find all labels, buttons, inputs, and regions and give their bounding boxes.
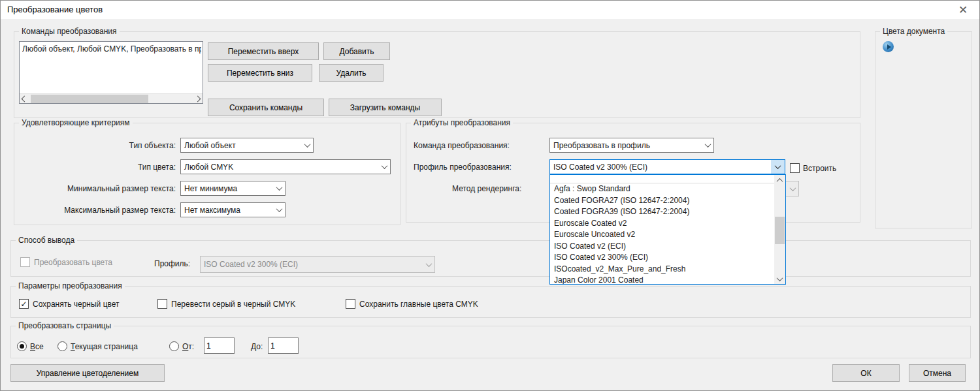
scrollbar-thumb[interactable] (775, 217, 785, 244)
color-type-label: Тип цвета: (20, 163, 176, 172)
dialog-title: Преобразование цветов (7, 5, 103, 14)
list-item[interactable]: Agfa : Swop Standard (550, 183, 785, 195)
color-type-value: Любой CMYK (184, 163, 233, 172)
page-from-input[interactable] (204, 337, 235, 354)
list-item[interactable]: ISOcoated_v2_Max_Pure_and_Fresh (550, 264, 785, 275)
color-space-icon[interactable] (883, 41, 894, 52)
list-item[interactable]: ISO Coated v2 300% (ECI) (550, 252, 785, 264)
embed-checkbox[interactable] (790, 163, 800, 173)
list-item[interactable]: ISO Coated v2 (ECI) (550, 241, 785, 253)
pages-current-label: Текущая страница (71, 342, 138, 351)
save-commands-button[interactable]: Сохранить команды (208, 99, 324, 116)
chevron-down-icon (791, 187, 795, 191)
convert-colors-dialog: Преобразование цветов ✕ Команды преобраз… (0, 0, 980, 391)
criteria-group-label: Удовлетворяющие критериям (19, 118, 133, 127)
min-text-size-select[interactable]: Нет минимума (180, 181, 286, 196)
output-group: Способ вывода (10, 240, 971, 277)
delete-button[interactable]: Удалить (319, 64, 384, 82)
commands-listbox[interactable]: Любой объект, Любой CMYK, Преобразовать … (19, 41, 203, 104)
check-icon: ✓ (20, 300, 27, 308)
list-item[interactable]: Coated FOGRA27 (ISO 12647-2:2004) (550, 195, 785, 207)
max-text-size-label: Максимальный размер текста: (20, 206, 176, 215)
pages-all-label: Все (30, 342, 44, 351)
page-to-input[interactable] (268, 337, 299, 354)
load-commands-button[interactable]: Загрузить команды (329, 99, 442, 116)
conversion-command-select[interactable]: Преобразовать в профиль (549, 138, 714, 153)
list-item[interactable]: Euroscale Uncoated v2 (550, 229, 785, 241)
chevron-down-icon (277, 208, 282, 212)
preserve-primaries-label: Сохранить главные цвета CMYK (359, 300, 478, 309)
chevron-down-icon (706, 143, 710, 148)
ok-button[interactable]: ОК (832, 364, 900, 382)
title-bar: Преобразование цветов ✕ (1, 1, 979, 19)
document-colors-group: Цвета документа (875, 31, 972, 228)
command-list-item[interactable]: Любой объект, Любой CMYK, Преобразовать … (22, 44, 201, 55)
scroll-left-icon[interactable] (20, 94, 29, 104)
preserve-black-checkbox[interactable]: ✓ (19, 299, 29, 309)
output-profile-value: ISO Coated v2 300% (ECI) (204, 260, 298, 269)
ink-manager-button[interactable]: Управление цветоделением (10, 364, 165, 382)
add-button[interactable]: Добавить (323, 42, 390, 60)
pages-range-radio[interactable] (169, 341, 179, 351)
color-type-select[interactable]: Любой CMYK (180, 159, 391, 174)
output-group-label: Способ вывода (16, 236, 77, 245)
close-icon[interactable]: ✕ (953, 2, 973, 18)
document-colors-label: Цвета документа (880, 27, 947, 36)
conversion-profile-select[interactable]: ISO Coated v2 300% (ECI) (549, 159, 785, 174)
move-up-button[interactable]: Переместить вверх (208, 42, 319, 60)
pages-all-radio[interactable] (17, 341, 27, 351)
embed-checkbox-label: Встроить (803, 164, 836, 173)
scroll-right-icon[interactable] (193, 94, 203, 104)
gray-to-black-checkbox[interactable] (157, 299, 167, 309)
min-text-size-label: Минимальный размер текста: (20, 184, 176, 193)
convert-colors-checkbox[interactable] (20, 257, 30, 267)
attributes-group-label: Атрибуты преобразования (411, 118, 513, 127)
params-group: Параметры преобразования (10, 286, 971, 318)
list-item[interactable]: Euroscale Coated v2 (550, 218, 785, 230)
move-down-button[interactable]: Переместить вниз (208, 64, 312, 82)
chevron-down-icon (427, 262, 431, 267)
pages-group: Преобразовать страницы (10, 326, 971, 358)
pages-group-label: Преобразовать страницы (16, 321, 114, 330)
list-item[interactable]: Coated FOGRA39 (ISO 12647-2:2004) (550, 206, 785, 218)
conversion-command-label: Команда преобразования: (414, 141, 510, 150)
conversion-command-value: Преобразовать в профиль (553, 141, 650, 150)
params-group-label: Параметры преобразования (16, 281, 125, 290)
cancel-button[interactable]: Отмена (909, 364, 966, 382)
object-type-select[interactable]: Любой объект (180, 138, 314, 153)
gray-to-black-label: Перевести серый в черный CMYK (171, 300, 295, 309)
scrollbar-thumb[interactable] (31, 95, 148, 103)
pages-current-radio[interactable] (57, 341, 67, 351)
output-profile-label: Профиль: (154, 259, 190, 268)
pages-from-label: От: (182, 342, 194, 351)
output-profile-select[interactable]: ISO Coated v2 300% (ECI) (200, 256, 435, 273)
list-item[interactable] (550, 175, 785, 183)
preserve-black-label: Сохранять черный цвет (33, 300, 120, 309)
vertical-scrollbar[interactable] (774, 175, 785, 284)
object-type-label: Тип объекта: (20, 141, 176, 150)
chevron-down-icon (382, 164, 387, 169)
scroll-down-icon[interactable] (774, 274, 785, 284)
conversion-profile-value: ISO Coated v2 300% (ECI) (553, 163, 647, 172)
object-type-value: Любой объект (184, 141, 236, 150)
preserve-primaries-checkbox[interactable] (346, 299, 355, 309)
commands-group-label: Команды преобразования (19, 27, 120, 36)
chevron-down-icon (771, 160, 785, 174)
pages-to-label: До: (251, 342, 263, 351)
scroll-up-icon[interactable] (774, 175, 785, 185)
horizontal-scrollbar[interactable] (20, 93, 203, 103)
min-text-size-value: Нет минимума (184, 184, 237, 193)
conversion-profile-label: Профиль преобразования: (414, 163, 512, 172)
rendering-intent-label: Метод рендеринга: (452, 184, 521, 193)
max-text-size-value: Нет максимума (184, 206, 240, 215)
max-text-size-select[interactable]: Нет максимума (180, 202, 286, 217)
chevron-down-icon (277, 186, 282, 191)
profile-dropdown-list[interactable]: Agfa : Swop Standard Coated FOGRA27 (ISO… (549, 174, 786, 285)
chevron-down-icon (305, 143, 310, 148)
list-item[interactable]: Japan Color 2001 Coated (550, 275, 785, 285)
convert-colors-checkbox-label: Преобразовать цвета (34, 258, 112, 267)
